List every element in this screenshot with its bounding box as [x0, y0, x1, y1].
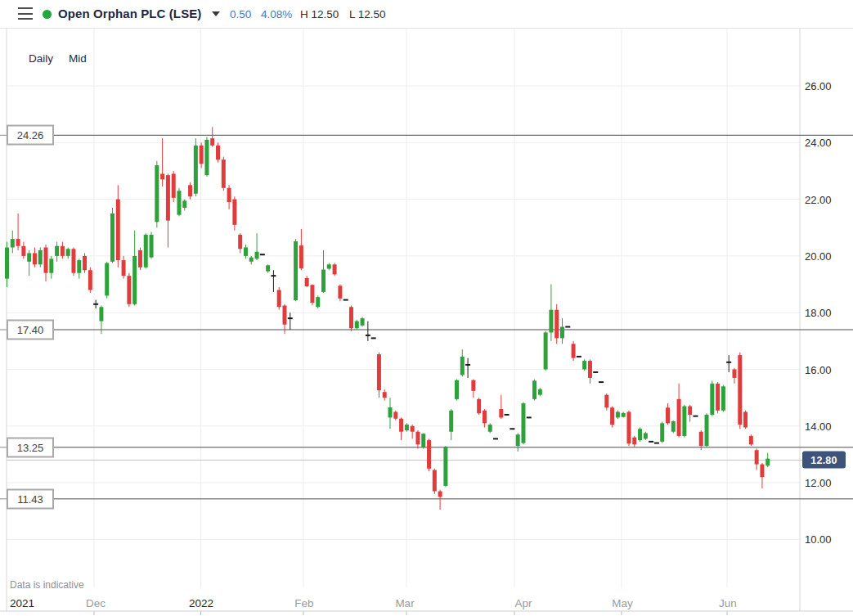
candle [499, 409, 503, 417]
price-level-label[interactable]: 11.43 [7, 488, 54, 509]
candle [699, 432, 703, 446]
candle [283, 306, 287, 325]
candle [299, 245, 303, 268]
candle [577, 356, 581, 357]
candle [216, 146, 220, 160]
candle [232, 200, 236, 225]
candle [366, 335, 370, 336]
candle [266, 265, 270, 271]
candle [505, 414, 510, 416]
candle [55, 246, 59, 256]
price-level-label[interactable]: 13.25 [7, 437, 54, 457]
candle [194, 146, 198, 194]
candle [516, 434, 520, 446]
candle [638, 429, 642, 440]
session-low: L 12.50 [349, 8, 386, 20]
price-type-selector[interactable]: Mid [69, 52, 87, 65]
candle [305, 278, 309, 286]
candle [210, 138, 214, 146]
candle [510, 428, 514, 429]
candle [732, 370, 736, 378]
candle [93, 304, 98, 305]
candle [726, 362, 731, 363]
price-chart-canvas[interactable] [0, 0, 853, 616]
candle [127, 276, 131, 304]
chevron-down-icon[interactable] [212, 11, 220, 16]
candle [554, 310, 559, 339]
market-status-icon [43, 10, 52, 19]
candle [27, 253, 31, 261]
candle [110, 214, 114, 262]
candle [66, 249, 70, 256]
candle [716, 384, 720, 411]
candle [660, 423, 664, 442]
candle [549, 310, 553, 333]
candle [433, 470, 437, 492]
candle [455, 380, 459, 399]
candle [710, 384, 714, 415]
candle [71, 249, 75, 272]
candle [88, 270, 92, 290]
candle [438, 491, 442, 497]
candle [11, 239, 15, 247]
candle [138, 250, 142, 268]
candle [649, 441, 653, 443]
candle [343, 299, 348, 301]
candle [493, 438, 498, 439]
price-change: 0.50 [230, 8, 251, 20]
interval-selector[interactable]: Daily [29, 52, 53, 65]
candle [599, 381, 604, 383]
candle [38, 250, 43, 264]
candle [393, 411, 397, 418]
candle [415, 432, 420, 445]
candle [255, 252, 259, 259]
price-level-label[interactable]: 24.26 [7, 125, 54, 146]
candle [61, 246, 65, 256]
candle [421, 434, 425, 447]
candle [83, 256, 87, 270]
candle [388, 407, 393, 417]
candle [144, 235, 148, 268]
candle [122, 260, 126, 276]
candle [371, 337, 376, 339]
candle [572, 344, 576, 357]
instrument-title[interactable]: Open Orphan PLC (LSE) [58, 7, 201, 20]
candle [626, 411, 631, 443]
candle [622, 413, 626, 417]
candle [483, 411, 487, 424]
candle [294, 241, 298, 300]
candle [166, 175, 170, 220]
candle [222, 160, 226, 188]
candle [160, 173, 164, 179]
menu-icon[interactable] [18, 7, 33, 20]
candle [188, 185, 192, 196]
candle [260, 254, 265, 255]
candle [271, 275, 276, 277]
candle [5, 248, 9, 279]
candle [604, 395, 608, 408]
candle [105, 263, 109, 296]
candle [644, 433, 648, 438]
candle [527, 416, 532, 418]
candle [654, 443, 659, 444]
candle [327, 264, 331, 268]
candle [565, 326, 570, 328]
candle [361, 318, 365, 326]
candle [760, 465, 764, 478]
top-bar: Open Orphan PLC (LSE) 0.50 4.08% H 12.50… [0, 0, 853, 29]
candle [465, 364, 470, 366]
candle [443, 447, 447, 486]
candle [471, 380, 475, 391]
candle [521, 403, 525, 443]
candle [588, 361, 592, 378]
candle [321, 270, 325, 292]
candle [277, 290, 281, 307]
trading-chart-window: Open Orphan PLC (LSE) 0.50 4.08% H 12.50… [0, 0, 853, 616]
candle [411, 426, 415, 432]
candle [405, 425, 409, 430]
candle [182, 200, 186, 208]
candle [377, 354, 381, 390]
candle [238, 235, 242, 249]
candle [705, 415, 709, 446]
price-level-label[interactable]: 17.40 [7, 319, 54, 339]
